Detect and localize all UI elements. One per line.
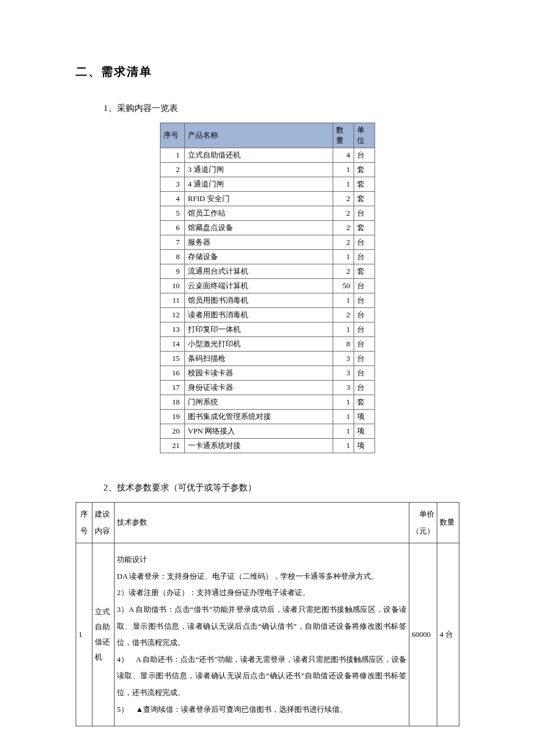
cell-seq: 18 xyxy=(160,395,185,410)
cell-qty: 2 xyxy=(333,235,354,250)
cell-seq: 16 xyxy=(160,366,185,381)
table-row: 17身份证读卡器3台 xyxy=(160,381,375,395)
table-row: 34 通道门闸1套 xyxy=(160,177,375,192)
cell-qty: 4 xyxy=(333,148,354,163)
cell-seq: 20 xyxy=(160,424,185,439)
table-row: 16校园卡读卡器3台 xyxy=(160,366,375,381)
cell-qty: 2 xyxy=(333,221,354,235)
table-row: 6馆藏盘点设备2套 xyxy=(160,221,375,235)
cell-name: 条码扫描枪 xyxy=(185,352,333,366)
cell-name: 馆藏盘点设备 xyxy=(185,221,333,235)
cell-seq: 13 xyxy=(160,323,185,337)
cell-qty: 1 xyxy=(333,424,354,439)
cell-qty: 1 xyxy=(333,250,354,264)
table-row: 10云桌面终端计算机50台 xyxy=(160,279,375,293)
table-row: 1立式自助借还机4台 xyxy=(160,148,375,163)
cell-qty: 2 xyxy=(333,192,354,206)
spec-qty: 4 台 xyxy=(437,543,459,726)
cell-unit: 台 xyxy=(354,337,375,352)
cell-name: 云桌面终端计算机 xyxy=(185,279,333,293)
cell-unit: 项 xyxy=(354,439,375,453)
spec-spec: 功能设计DA 读者登录：支持身份证、电子证（二维码），学校一卡通等多种登录方式。… xyxy=(115,543,409,726)
cell-name: 小型激光打印机 xyxy=(185,337,333,352)
cell-seq: 1 xyxy=(160,148,185,163)
cell-qty: 3 xyxy=(333,352,354,366)
spec-price: 60000 xyxy=(409,543,437,726)
cell-unit: 台 xyxy=(354,381,375,395)
spec-header-spec: 技术参数 xyxy=(115,503,409,543)
cell-seq: 9 xyxy=(160,264,185,279)
cell-qty: 1 xyxy=(333,163,354,177)
cell-unit: 项 xyxy=(354,410,375,424)
cell-seq: 5 xyxy=(160,206,185,221)
spec-table-row: 1 立式自助借还机 功能设计DA 读者登录：支持身份证、电子证（二维码），学校一… xyxy=(76,543,459,726)
header-unit: 单位 xyxy=(354,123,375,148)
table-row: 7服务器2台 xyxy=(160,235,375,250)
cell-name: 一卡通系统对接 xyxy=(185,439,333,453)
cell-seq: 15 xyxy=(160,352,185,366)
cell-unit: 台 xyxy=(354,279,375,293)
cell-unit: 台 xyxy=(354,250,375,264)
table-row: 12读者用图书消毒机2台 xyxy=(160,308,375,323)
cell-qty: 3 xyxy=(333,366,354,381)
cell-qty: 8 xyxy=(333,337,354,352)
table-row: 14小型激光打印机8台 xyxy=(160,337,375,352)
table-row: 9流通用台式计算机2套 xyxy=(160,264,375,279)
table-row: 8存储设备1台 xyxy=(160,250,375,264)
header-qty: 数量 xyxy=(333,123,354,148)
cell-name: 馆员工作站 xyxy=(185,206,333,221)
cell-unit: 台 xyxy=(354,323,375,337)
cell-unit: 台 xyxy=(354,366,375,381)
cell-unit: 台 xyxy=(354,352,375,366)
cell-name: 馆员用图书消毒机 xyxy=(185,293,333,308)
spec-header-price: 单价（元） xyxy=(409,503,437,543)
table-row: 15条码扫描枪3台 xyxy=(160,352,375,366)
table-row: 19图书集成化管理系统对接1项 xyxy=(160,410,375,424)
cell-qty: 1 xyxy=(333,439,354,453)
cell-name: 读者用图书消毒机 xyxy=(185,308,333,323)
cell-qty: 2 xyxy=(333,308,354,323)
table-row: 18门闸系统1套 xyxy=(160,395,375,410)
cell-name: 校园卡读卡器 xyxy=(185,366,333,381)
header-seq: 序号 xyxy=(160,123,185,148)
cell-seq: 3 xyxy=(160,177,185,192)
cell-name: RFID 安全门 xyxy=(185,192,333,206)
cell-qty: 1 xyxy=(333,323,354,337)
cell-unit: 套 xyxy=(354,163,375,177)
cell-unit: 台 xyxy=(354,235,375,250)
cell-name: 服务器 xyxy=(185,235,333,250)
spec-seq: 1 xyxy=(76,543,92,726)
cell-seq: 4 xyxy=(160,192,185,206)
spec-header-qty: 数量 xyxy=(437,503,459,543)
cell-unit: 套 xyxy=(354,395,375,410)
cell-seq: 6 xyxy=(160,221,185,235)
items-table: 序号 产品名称 数量 单位 1立式自助借还机4台23 通道门闸1套34 通道门闸… xyxy=(160,123,375,453)
table-row: 20VPN 网络接入1项 xyxy=(160,424,375,439)
cell-unit: 套 xyxy=(354,192,375,206)
cell-qty: 1 xyxy=(333,410,354,424)
cell-seq: 12 xyxy=(160,308,185,323)
table-row: 5馆员工作站2台 xyxy=(160,206,375,221)
cell-unit: 套 xyxy=(354,264,375,279)
spec-header-seq: 序号 xyxy=(76,503,92,543)
cell-name: 图书集成化管理系统对接 xyxy=(185,410,333,424)
cell-name: 门闸系统 xyxy=(185,395,333,410)
cell-unit: 台 xyxy=(354,308,375,323)
items-table-header-row: 序号 产品名称 数量 单位 xyxy=(160,123,375,148)
subsection-2-title: 2、技术参数要求（可优于或等于参数） xyxy=(104,482,459,493)
items-table-wrapper: 序号 产品名称 数量 单位 1立式自助借还机4台23 通道门闸1套34 通道门闸… xyxy=(76,123,459,453)
cell-name: 3 通道门闸 xyxy=(185,163,333,177)
spec-table-header-row: 序号 建设内容 技术参数 单价（元） 数量 xyxy=(76,503,459,543)
spec-item: 立式自助借还机 xyxy=(92,543,115,726)
subsection-1-title: 1、采购内容一览表 xyxy=(104,103,459,114)
section-title: 二、需求清单 xyxy=(76,64,459,80)
spec-table: 序号 建设内容 技术参数 单价（元） 数量 1 立式自助借还机 功能设计DA 读… xyxy=(76,502,459,726)
cell-name: 立式自助借还机 xyxy=(185,148,333,163)
table-row: 11馆员用图书消毒机1台 xyxy=(160,293,375,308)
table-row: 13打印复印一体机1台 xyxy=(160,323,375,337)
cell-name: 打印复印一体机 xyxy=(185,323,333,337)
table-row: 21一卡通系统对接1项 xyxy=(160,439,375,453)
cell-unit: 套 xyxy=(354,177,375,192)
cell-seq: 7 xyxy=(160,235,185,250)
cell-name: VPN 网络接入 xyxy=(185,424,333,439)
